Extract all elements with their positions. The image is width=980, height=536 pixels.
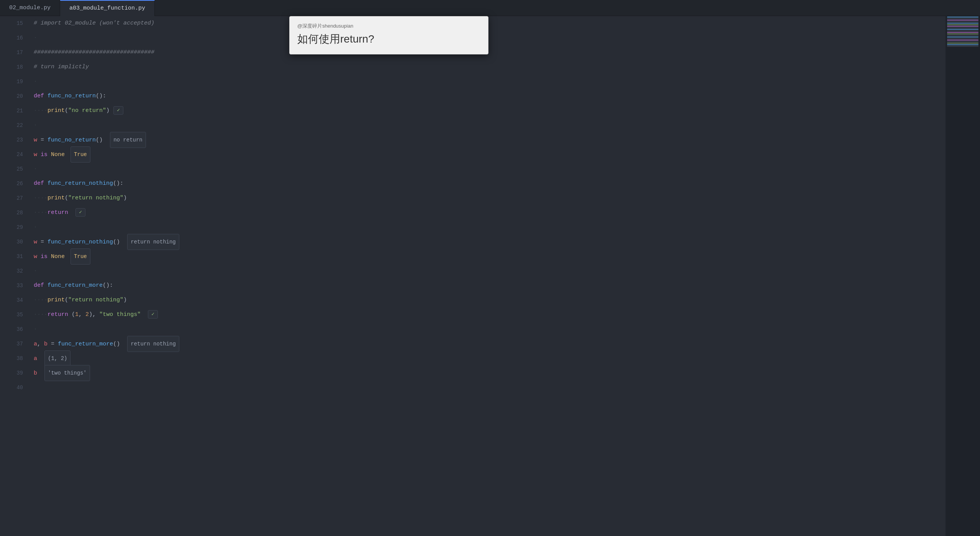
line-num-22: 22	[3, 122, 23, 128]
line-32: 32 ·	[0, 264, 946, 278]
tab-a03-module-function-label: a03_module_function.py	[69, 5, 145, 12]
val-true-24: True	[70, 146, 90, 163]
line-23: 23 w = func_no_return() no return	[0, 133, 946, 147]
line-num-28: 28	[3, 210, 23, 216]
line-36: 36 ·	[0, 322, 946, 337]
line-30: 30 w = func_return_nothing() return noth…	[0, 235, 946, 249]
line-content-27: ····print("return nothing")	[34, 191, 942, 206]
line-num-35: 35	[3, 312, 23, 318]
line-content-38: a (1, 2)	[34, 350, 942, 367]
code-editor[interactable]: 15 # import 02_module (won't accepted) 1…	[0, 16, 946, 536]
line-28: 28 ····return ✓	[0, 206, 946, 220]
line-37: 37 a, b = func_return_more() return noth…	[0, 337, 946, 351]
line-num-32: 32	[3, 268, 23, 274]
tab-02-module-label: 02_module.py	[9, 5, 51, 11]
tab-a03-module-function[interactable]: a03_module_function.py	[60, 0, 155, 16]
line-content-32: ·	[34, 264, 942, 278]
line-content-37: a, b = func_return_more() return nothing	[34, 336, 942, 352]
line-num-21: 21	[3, 108, 23, 114]
line-num-38: 38	[3, 355, 23, 362]
output-return-nothing-30: return nothing	[127, 234, 179, 250]
line-content-30: w = func_return_nothing() return nothing	[34, 234, 942, 250]
minimap-line-8	[947, 27, 978, 28]
line-35: 35 ····return (1, 2), "two things" ✓	[0, 307, 946, 322]
minimap	[946, 16, 980, 536]
line-content-21: ····print("no return")✓	[34, 104, 942, 118]
line-24: 24 w is None True	[0, 147, 946, 162]
minimap-line-17	[947, 41, 978, 42]
line-38: 38 a (1, 2)	[0, 351, 946, 366]
line-num-29: 29	[3, 224, 23, 230]
line-num-37: 37	[3, 341, 23, 347]
minimap-line-1	[947, 16, 978, 18]
minimap-line-2	[947, 18, 978, 19]
line-num-17: 17	[3, 49, 23, 56]
line-num-40: 40	[3, 385, 23, 391]
line-num-33: 33	[3, 283, 23, 289]
line-content-36: ·	[34, 322, 942, 337]
line-content-18: # turn implictly	[34, 60, 942, 74]
output-two-things-39: 'two things'	[44, 365, 90, 381]
line-content-39: b 'two things'	[34, 365, 942, 381]
line-31: 31 w is None True	[0, 249, 946, 264]
minimap-line-20	[947, 46, 978, 47]
output-return-nothing-37: return nothing	[127, 336, 179, 352]
minimap-line-18	[947, 43, 978, 44]
line-content-20: def func_no_return():	[34, 89, 942, 104]
minimap-line-6	[947, 24, 978, 25]
line-num-30: 30	[3, 239, 23, 245]
line-25: 25 ·	[0, 162, 946, 176]
line-29: 29 ·	[0, 220, 946, 235]
line-content-26: def func_return_nothing():	[34, 176, 942, 191]
minimap-line-4	[947, 21, 978, 22]
minimap-line-15	[947, 38, 978, 39]
line-20: 20 def func_no_return():	[0, 89, 946, 104]
checkmark-35: ✓	[148, 310, 158, 319]
minimap-line-3	[947, 20, 978, 21]
line-40: 40	[0, 380, 946, 395]
line-content-19: ·	[34, 74, 942, 89]
line-21: 21 ····print("no return")✓	[0, 104, 946, 118]
line-22: 22 ·	[0, 118, 946, 133]
line-content-35: ····return (1, 2), "two things" ✓	[34, 307, 942, 322]
line-num-26: 26	[3, 181, 23, 187]
line-18: 18 # turn implictly	[0, 60, 946, 74]
minimap-line-19	[947, 44, 978, 45]
line-39: 39 b 'two things'	[0, 366, 946, 380]
line-num-39: 39	[3, 370, 23, 376]
minimap-line-12	[947, 33, 978, 35]
main-content: 15 # import 02_module (won't accepted) 1…	[0, 16, 980, 536]
line-num-15: 15	[3, 20, 23, 26]
line-content-23: w = func_no_return() no return	[34, 132, 942, 148]
line-27: 27 ····print("return nothing")	[0, 191, 946, 206]
line-content-25: ·	[34, 162, 942, 176]
checkmark-21: ✓	[113, 106, 123, 115]
minimap-line-7	[947, 26, 978, 27]
checkmark-28: ✓	[75, 208, 85, 217]
minimap-line-11	[947, 32, 978, 33]
line-num-25: 25	[3, 166, 23, 172]
line-num-27: 27	[3, 195, 23, 201]
line-num-31: 31	[3, 253, 23, 260]
line-content-40	[34, 380, 942, 395]
line-34: 34 ····print("return nothing")	[0, 293, 946, 307]
line-content-29: ·	[34, 220, 942, 235]
line-num-36: 36	[3, 326, 23, 332]
line-num-20: 20	[3, 93, 23, 99]
minimap-content	[946, 16, 980, 536]
minimap-line-9	[947, 29, 978, 30]
minimap-line-13	[947, 35, 978, 36]
line-num-19: 19	[3, 79, 23, 85]
line-num-18: 18	[3, 64, 23, 70]
line-num-23: 23	[3, 137, 23, 143]
popup-username: @深度碎片shendusupian	[297, 23, 480, 30]
line-content-22: ·	[34, 118, 942, 133]
minimap-line-14	[947, 36, 978, 38]
line-33: 33 def func_return_more():	[0, 278, 946, 293]
output-no-return-23: no return	[110, 132, 146, 148]
line-26: 26 def func_return_nothing():	[0, 176, 946, 191]
line-content-31: w is None True	[34, 248, 942, 265]
tab-02-module[interactable]: 02_module.py	[0, 0, 60, 16]
line-num-34: 34	[3, 297, 23, 303]
line-content-24: w is None True	[34, 146, 942, 163]
